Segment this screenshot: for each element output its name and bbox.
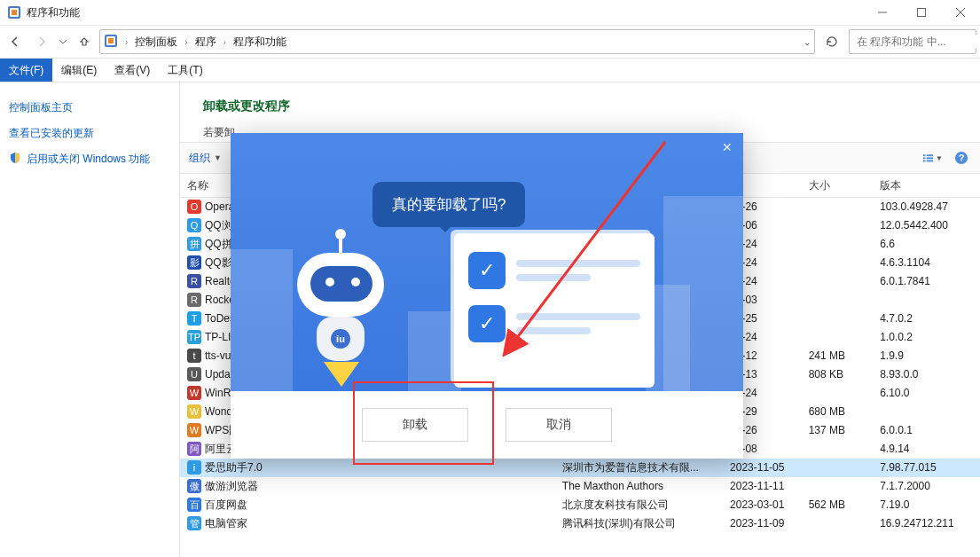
program-version: 16.9.24712.211 (873, 514, 980, 533)
window-close-button[interactable] (941, 0, 980, 25)
program-icon: 拼 (187, 237, 201, 251)
address-bar[interactable]: › 控制面板 › 程序 › 程序和功能 ⌄ (99, 29, 815, 54)
program-size (802, 272, 874, 291)
program-name: 电脑管家 (205, 517, 247, 530)
program-version: 4.7.0.2 (873, 310, 980, 328)
program-size: 562 MB (802, 496, 874, 514)
program-size: 241 MB (802, 347, 874, 365)
checklist-illustration: ✓ ✓ (454, 233, 655, 388)
program-icon: O (187, 200, 201, 214)
menu-bar: 文件(F) 编辑(E) 查看(V) 工具(T) (0, 59, 980, 82)
page-title: 卸载或更改程序 (203, 98, 957, 114)
svg-rect-12 (923, 154, 925, 156)
back-button[interactable] (4, 30, 27, 53)
window-maximize-button[interactable] (902, 0, 941, 25)
program-size: 137 MB (802, 421, 874, 440)
search-box[interactable] (849, 29, 976, 54)
help-button[interactable]: ? (952, 148, 971, 168)
program-date: 2023-11-09 (723, 514, 802, 533)
program-name: 爱思助手7.0 (205, 461, 263, 474)
program-icon: t (187, 349, 201, 363)
svg-rect-14 (923, 157, 925, 159)
program-date: 2023-11-11 (723, 477, 802, 496)
recent-dropdown[interactable] (57, 30, 69, 53)
program-icon: W (187, 386, 201, 400)
menu-file[interactable]: 文件(F) (0, 59, 52, 82)
program-version: 7.98.77.015 (873, 459, 980, 477)
address-icon (104, 34, 118, 51)
uninstall-dialog: 真的要卸载了吗? iu ✓ ✓ ✕ 卸载 取消 (231, 133, 743, 459)
program-version: 103.0.4928.47 (873, 198, 980, 216)
program-icon: 百 (187, 498, 201, 512)
svg-rect-2 (12, 10, 17, 15)
program-size (802, 254, 874, 272)
app-icon (7, 5, 21, 20)
col-version[interactable]: 版本 (873, 174, 980, 198)
nav-row: › 控制面板 › 程序 › 程序和功能 ⌄ (0, 26, 980, 59)
menu-tools[interactable]: 工具(T) (159, 59, 211, 82)
table-row[interactable]: 百百度网盘北京度友科技有限公司2023-03-01562 MB7.19.0 (180, 496, 980, 514)
breadcrumb-seg-2[interactable]: 程序和功能 (233, 35, 286, 50)
dialog-close-button[interactable]: ✕ (718, 138, 736, 156)
titlebar: 程序和功能 (0, 0, 980, 26)
sidebar-item-home[interactable]: 控制面板主页 (9, 95, 170, 121)
program-size (802, 440, 874, 459)
sidebar-item-label: 查看已安装的更新 (9, 126, 94, 141)
program-version: 1.0.0.2 (873, 328, 980, 347)
table-row[interactable]: 傲傲游浏览器The Maxthon Authors2023-11-117.1.7… (180, 477, 980, 496)
app-badge-icon: iu (331, 329, 350, 349)
forward-button[interactable] (30, 30, 53, 53)
up-button[interactable] (73, 30, 96, 53)
organize-button[interactable]: 组织 ▼ (189, 151, 222, 166)
program-icon: 影 (187, 255, 201, 270)
uninstall-button[interactable]: 卸载 (362, 408, 468, 442)
cancel-button[interactable]: 取消 (506, 408, 612, 442)
program-size (802, 235, 874, 254)
program-publisher: 深圳市为爱普信息技术有限... (555, 459, 723, 477)
svg-rect-4 (918, 9, 926, 17)
address-dropdown[interactable]: ⌄ (804, 37, 811, 47)
sidebar-item-label: 控制面板主页 (9, 100, 73, 115)
program-version: 6.0.1.7841 (873, 272, 980, 291)
program-size (802, 514, 874, 533)
program-version: 4.6.3.1104 (873, 254, 980, 272)
shield-icon (9, 152, 21, 167)
program-icon: U (187, 367, 201, 381)
program-version (873, 403, 980, 421)
program-size (802, 328, 874, 347)
chevron-down-icon: ▼ (214, 153, 222, 162)
breadcrumb-seg-1[interactable]: 程序 (195, 35, 216, 50)
program-version: 6.0.0.1 (873, 421, 980, 440)
program-name: 傲游浏览器 (205, 480, 258, 492)
program-size (802, 310, 874, 328)
sidebar-item-features[interactable]: 启用或关闭 Windows 功能 (9, 146, 170, 172)
menu-edit[interactable]: 编辑(E) (52, 59, 106, 82)
chevron-right-icon: › (125, 37, 128, 47)
program-version: 7.19.0 (873, 496, 980, 514)
svg-rect-16 (923, 160, 925, 161)
svg-text:?: ? (959, 153, 965, 163)
program-icon: T (187, 311, 201, 326)
menu-view[interactable]: 查看(V) (106, 59, 159, 82)
sidebar-item-updates[interactable]: 查看已安装的更新 (9, 121, 170, 146)
organize-label: 组织 (189, 151, 210, 166)
window-minimize-button[interactable] (863, 0, 902, 25)
program-size (802, 477, 874, 496)
view-button[interactable]: ▼ (923, 148, 943, 168)
program-icon: 阿 (187, 442, 201, 456)
program-size (802, 459, 874, 477)
window-title: 程序和功能 (27, 5, 80, 20)
program-version (873, 291, 980, 310)
table-row[interactable]: i爱思助手7.0深圳市为爱普信息技术有限...2023-11-057.98.77… (180, 459, 980, 477)
svg-rect-13 (927, 154, 933, 156)
table-row[interactable]: 管电脑管家腾讯科技(深圳)有限公司2023-11-0916.9.24712.21… (180, 514, 980, 533)
col-size[interactable]: 大小 (802, 174, 874, 198)
dialog-banner: 真的要卸载了吗? iu ✓ ✓ ✕ (231, 133, 743, 391)
search-input[interactable] (855, 35, 980, 49)
program-icon: W (187, 423, 201, 437)
breadcrumb-seg-0[interactable]: 控制面板 (135, 35, 177, 50)
program-icon: 傲 (187, 479, 201, 493)
sidebar: 控制面板主页 查看已安装的更新 启用或关闭 Windows 功能 (0, 82, 180, 557)
program-version: 7.1.7.2000 (873, 477, 980, 496)
refresh-button[interactable] (819, 28, 845, 55)
